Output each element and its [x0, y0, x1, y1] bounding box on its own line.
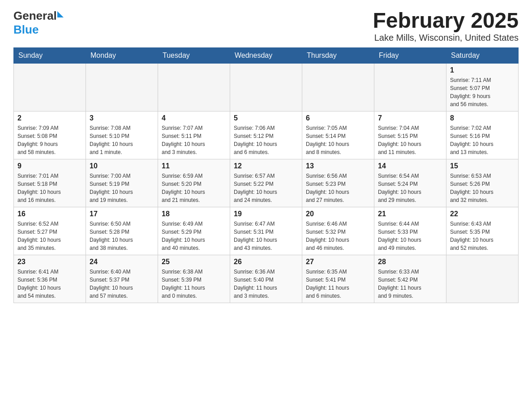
day-info: Sunrise: 6:53 AM Sunset: 5:26 PM Dayligh… — [450, 172, 515, 204]
weekday-header-thursday: Thursday — [302, 47, 374, 63]
day-number: 10 — [90, 162, 154, 170]
weekday-header-friday: Friday — [374, 47, 446, 63]
weekday-header-saturday: Saturday — [446, 47, 519, 63]
calendar-cell: 20Sunrise: 6:46 AM Sunset: 5:32 PM Dayli… — [302, 207, 374, 255]
calendar-week-3: 9Sunrise: 7:01 AM Sunset: 5:18 PM Daylig… — [14, 159, 519, 207]
weekday-header-monday: Monday — [86, 47, 158, 63]
calendar-cell: 1Sunrise: 7:11 AM Sunset: 5:07 PM Daylig… — [446, 63, 519, 111]
day-number: 13 — [306, 162, 370, 170]
logo-general: General — [13, 9, 57, 23]
day-number: 27 — [306, 258, 370, 266]
day-info: Sunrise: 6:41 AM Sunset: 5:36 PM Dayligh… — [17, 268, 82, 300]
calendar-cell: 2Sunrise: 7:09 AM Sunset: 5:08 PM Daylig… — [14, 111, 86, 159]
day-number: 15 — [450, 162, 515, 170]
day-info: Sunrise: 6:38 AM Sunset: 5:39 PM Dayligh… — [162, 268, 226, 300]
day-number: 8 — [450, 114, 515, 122]
day-number: 7 — [378, 114, 442, 122]
day-info: Sunrise: 7:05 AM Sunset: 5:14 PM Dayligh… — [306, 124, 370, 156]
calendar-cell: 3Sunrise: 7:08 AM Sunset: 5:10 PM Daylig… — [86, 111, 158, 159]
day-info: Sunrise: 7:04 AM Sunset: 5:15 PM Dayligh… — [378, 124, 442, 156]
weekday-header-sunday: Sunday — [14, 47, 86, 63]
calendar-cell: 18Sunrise: 6:49 AM Sunset: 5:29 PM Dayli… — [158, 207, 230, 255]
calendar-cell: 24Sunrise: 6:40 AM Sunset: 5:37 PM Dayli… — [86, 255, 158, 303]
day-number: 23 — [17, 258, 82, 266]
calendar-cell: 16Sunrise: 6:52 AM Sunset: 5:27 PM Dayli… — [14, 207, 86, 255]
calendar-cell — [374, 63, 446, 111]
calendar-week-1: 1Sunrise: 7:11 AM Sunset: 5:07 PM Daylig… — [14, 63, 519, 111]
day-number: 11 — [162, 162, 226, 170]
calendar-week-5: 23Sunrise: 6:41 AM Sunset: 5:36 PM Dayli… — [14, 255, 519, 303]
calendar-cell: 22Sunrise: 6:43 AM Sunset: 5:35 PM Dayli… — [446, 207, 519, 255]
day-number: 16 — [17, 210, 82, 218]
calendar-cell — [446, 255, 519, 303]
logo: General Blue — [13, 9, 64, 37]
calendar-cell: 8Sunrise: 7:02 AM Sunset: 5:16 PM Daylig… — [446, 111, 519, 159]
weekday-header-tuesday: Tuesday — [158, 47, 230, 63]
day-info: Sunrise: 6:35 AM Sunset: 5:41 PM Dayligh… — [306, 268, 370, 300]
calendar-cell: 28Sunrise: 6:33 AM Sunset: 5:42 PM Dayli… — [374, 255, 446, 303]
day-number: 1 — [450, 66, 515, 74]
day-info: Sunrise: 6:57 AM Sunset: 5:22 PM Dayligh… — [234, 172, 298, 204]
day-number: 24 — [90, 258, 154, 266]
calendar-cell — [14, 63, 86, 111]
calendar-subtitle: Lake Mills, Wisconsin, United States — [373, 33, 519, 43]
day-number: 4 — [162, 114, 226, 122]
title-block: February 2025 Lake Mills, Wisconsin, Uni… — [373, 9, 519, 43]
day-info: Sunrise: 7:01 AM Sunset: 5:18 PM Dayligh… — [17, 172, 82, 204]
day-number: 26 — [234, 258, 298, 266]
day-number: 2 — [17, 114, 82, 122]
day-number: 22 — [450, 210, 515, 218]
calendar-cell: 4Sunrise: 7:07 AM Sunset: 5:11 PM Daylig… — [158, 111, 230, 159]
day-number: 19 — [234, 210, 298, 218]
day-info: Sunrise: 6:54 AM Sunset: 5:24 PM Dayligh… — [378, 172, 442, 204]
calendar-cell: 14Sunrise: 6:54 AM Sunset: 5:24 PM Dayli… — [374, 159, 446, 207]
calendar-week-4: 16Sunrise: 6:52 AM Sunset: 5:27 PM Dayli… — [14, 207, 519, 255]
day-info: Sunrise: 6:50 AM Sunset: 5:28 PM Dayligh… — [90, 220, 154, 252]
calendar-title: February 2025 — [373, 9, 519, 33]
calendar-cell: 11Sunrise: 6:59 AM Sunset: 5:20 PM Dayli… — [158, 159, 230, 207]
day-info: Sunrise: 7:02 AM Sunset: 5:16 PM Dayligh… — [450, 124, 515, 156]
calendar-cell: 13Sunrise: 6:56 AM Sunset: 5:23 PM Dayli… — [302, 159, 374, 207]
day-info: Sunrise: 6:44 AM Sunset: 5:33 PM Dayligh… — [378, 220, 442, 252]
day-info: Sunrise: 7:07 AM Sunset: 5:11 PM Dayligh… — [162, 124, 226, 156]
day-number: 21 — [378, 210, 442, 218]
calendar-cell: 23Sunrise: 6:41 AM Sunset: 5:36 PM Dayli… — [14, 255, 86, 303]
day-info: Sunrise: 6:36 AM Sunset: 5:40 PM Dayligh… — [234, 268, 298, 300]
calendar-header: SundayMondayTuesdayWednesdayThursdayFrid… — [14, 47, 519, 63]
day-info: Sunrise: 6:40 AM Sunset: 5:37 PM Dayligh… — [90, 268, 154, 300]
calendar-week-2: 2Sunrise: 7:09 AM Sunset: 5:08 PM Daylig… — [14, 111, 519, 159]
day-info: Sunrise: 7:09 AM Sunset: 5:08 PM Dayligh… — [17, 124, 82, 156]
day-info: Sunrise: 6:52 AM Sunset: 5:27 PM Dayligh… — [17, 220, 82, 252]
calendar-cell: 25Sunrise: 6:38 AM Sunset: 5:39 PM Dayli… — [158, 255, 230, 303]
calendar-cell: 15Sunrise: 6:53 AM Sunset: 5:26 PM Dayli… — [446, 159, 519, 207]
calendar-table: SundayMondayTuesdayWednesdayThursdayFrid… — [13, 47, 519, 303]
calendar-cell: 17Sunrise: 6:50 AM Sunset: 5:28 PM Dayli… — [86, 207, 158, 255]
day-info: Sunrise: 7:08 AM Sunset: 5:10 PM Dayligh… — [90, 124, 154, 156]
day-info: Sunrise: 7:00 AM Sunset: 5:19 PM Dayligh… — [90, 172, 154, 204]
calendar-cell: 6Sunrise: 7:05 AM Sunset: 5:14 PM Daylig… — [302, 111, 374, 159]
weekday-header-wednesday: Wednesday — [230, 47, 302, 63]
day-info: Sunrise: 6:47 AM Sunset: 5:31 PM Dayligh… — [234, 220, 298, 252]
calendar-cell — [86, 63, 158, 111]
calendar-cell: 21Sunrise: 6:44 AM Sunset: 5:33 PM Dayli… — [374, 207, 446, 255]
day-number: 3 — [90, 114, 154, 122]
day-number: 25 — [162, 258, 226, 266]
day-number: 18 — [162, 210, 226, 218]
calendar-cell: 12Sunrise: 6:57 AM Sunset: 5:22 PM Dayli… — [230, 159, 302, 207]
calendar-cell: 5Sunrise: 7:06 AM Sunset: 5:12 PM Daylig… — [230, 111, 302, 159]
calendar-cell: 9Sunrise: 7:01 AM Sunset: 5:18 PM Daylig… — [14, 159, 86, 207]
calendar-cell: 27Sunrise: 6:35 AM Sunset: 5:41 PM Dayli… — [302, 255, 374, 303]
day-info: Sunrise: 7:06 AM Sunset: 5:12 PM Dayligh… — [234, 124, 298, 156]
calendar-cell: 10Sunrise: 7:00 AM Sunset: 5:19 PM Dayli… — [86, 159, 158, 207]
day-number: 6 — [306, 114, 370, 122]
day-info: Sunrise: 6:43 AM Sunset: 5:35 PM Dayligh… — [450, 220, 515, 252]
day-number: 17 — [90, 210, 154, 218]
calendar-cell: 26Sunrise: 6:36 AM Sunset: 5:40 PM Dayli… — [230, 255, 302, 303]
day-number: 12 — [234, 162, 298, 170]
calendar-cell: 7Sunrise: 7:04 AM Sunset: 5:15 PM Daylig… — [374, 111, 446, 159]
calendar-body: 1Sunrise: 7:11 AM Sunset: 5:07 PM Daylig… — [14, 63, 519, 303]
logo-triangle-icon — [57, 11, 64, 17]
calendar-cell — [302, 63, 374, 111]
day-number: 20 — [306, 210, 370, 218]
weekday-header-row: SundayMondayTuesdayWednesdayThursdayFrid… — [14, 47, 519, 63]
